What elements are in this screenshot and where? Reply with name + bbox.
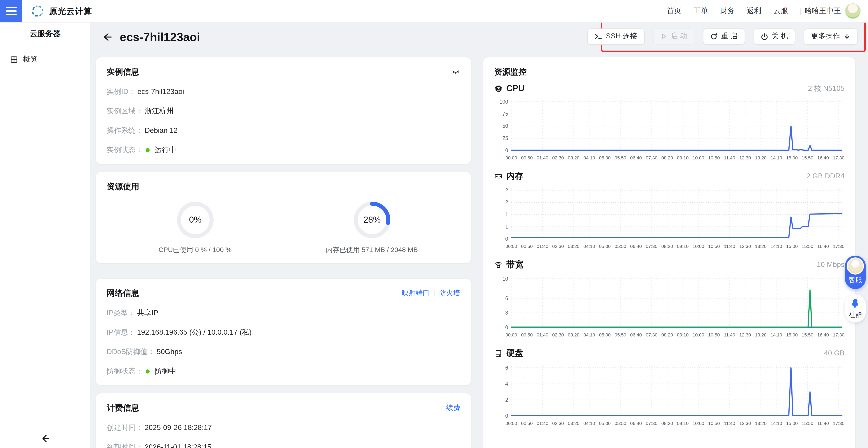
resource-usage-card: 资源使用 0% CPU已使用 0 % / 100 % 28% 内存已使用 571… [96, 172, 471, 263]
billing-row: 创建时间：2025-09-26 18:28:17 [107, 423, 460, 433]
svg-text:00:00: 00:00 [505, 244, 517, 249]
usage-donut-0: 0% CPU已使用 0 % / 100 % [107, 200, 283, 254]
svg-text:4: 4 [505, 381, 508, 387]
grid-icon [10, 55, 18, 64]
row-value: 浙江杭州 [145, 106, 174, 116]
svg-text:01:40: 01:40 [537, 421, 548, 426]
donut-caption: CPU已使用 0 % / 100 % [158, 246, 231, 254]
customer-service-button[interactable]: 客服 [845, 255, 866, 289]
eye-closed-icon[interactable] [451, 67, 460, 76]
svg-text:50: 50 [502, 123, 508, 129]
svg-text:06:40: 06:40 [630, 421, 642, 426]
card-title: 资源使用 [107, 181, 139, 192]
restart-button[interactable]: 重 启 [703, 28, 745, 44]
shutdown-button[interactable]: 关 机 [753, 28, 795, 44]
row-value: ecs-7hil123aoi [137, 87, 184, 97]
ram-icon [494, 172, 503, 180]
svg-text:08:20: 08:20 [661, 421, 673, 426]
monitor-charts: CPU 2 核 N5105 025507510000:0000:5001:400… [494, 83, 844, 429]
svg-text:04:10: 04:10 [583, 421, 595, 426]
svg-text:07:30: 07:30 [646, 155, 657, 160]
resource-monitor-card: 资源监控 CPU 2 核 N5105 025507510000:0000:500… [483, 57, 855, 448]
svg-text:02:30: 02:30 [552, 244, 564, 249]
svg-text:2: 2 [505, 187, 508, 193]
svg-text:07:30: 07:30 [646, 421, 657, 426]
restart-icon [710, 33, 717, 40]
user-avatar[interactable] [845, 3, 861, 19]
svg-text:16:40: 16:40 [817, 332, 829, 337]
sidebar-collapse-button[interactable] [0, 428, 90, 448]
chart-block-memory: 内存 2 GB DDR4 0112200:0000:5001:4002:3003… [494, 170, 844, 252]
renew-link[interactable]: 续费 [446, 403, 460, 413]
customer-service-avatar [847, 257, 864, 275]
svg-text:07:30: 07:30 [646, 244, 657, 249]
chart-spec: 10 Mbps [817, 261, 844, 269]
svg-text:01:40: 01:40 [537, 155, 548, 160]
svg-text:09:10: 09:10 [677, 332, 689, 337]
row-label: IP信息： [107, 328, 135, 337]
svg-text:05:50: 05:50 [615, 421, 626, 426]
svg-text:00:00: 00:00 [505, 332, 517, 337]
svg-text:07:30: 07:30 [646, 332, 657, 337]
billing-rows: 创建时间：2025-09-26 18:28:17到期时间：2026-11-01 … [107, 423, 460, 448]
svg-text:1: 1 [505, 224, 508, 230]
row-label: 实例ID： [107, 87, 135, 97]
row-value: 50Gbps [157, 347, 182, 357]
svg-text:15:50: 15:50 [802, 244, 813, 249]
svg-text:14:10: 14:10 [771, 421, 782, 426]
svg-text:05:00: 05:00 [599, 155, 611, 160]
svg-text:09:10: 09:10 [677, 421, 689, 426]
left-column: 实例信息 实例ID：ecs-7hil123aoi实例区域：浙江杭州操作系统：De… [96, 57, 471, 448]
brand-name: 原光云计算 [49, 6, 92, 16]
svg-text:10:00: 10:00 [692, 332, 704, 337]
billing-info-card: 计费信息 续费 创建时间：2025-09-26 18:28:17到期时间：202… [96, 393, 471, 448]
monitor-title: 资源监控 [494, 66, 527, 77]
svg-text:25: 25 [502, 135, 508, 141]
svg-text:09:10: 09:10 [677, 244, 689, 249]
back-button[interactable] [101, 31, 113, 43]
svg-text:14:10: 14:10 [771, 244, 782, 249]
svg-text:10:50: 10:50 [708, 421, 720, 426]
svg-text:0: 0 [505, 147, 508, 153]
svg-text:05:50: 05:50 [615, 244, 626, 249]
row-value: 192.168.196.65 (公) / 10.0.0.17 (私) [137, 328, 252, 337]
card-title: 实例信息 [107, 66, 139, 77]
svg-text:00:00: 00:00 [505, 155, 517, 160]
svg-text:0: 0 [505, 413, 508, 419]
nav-item-返利[interactable]: 返利 [747, 6, 761, 16]
svg-text:00:50: 00:50 [521, 155, 533, 160]
menu-button[interactable] [0, 0, 22, 22]
more-actions-button[interactable]: 更多操作 [804, 28, 858, 44]
svg-text:17:30: 17:30 [833, 332, 844, 337]
highlight-annotation-box: SSH 连接 启 动 重 启 关 机 更多操作 [601, 21, 866, 52]
svg-text:05:00: 05:00 [599, 332, 611, 337]
network-info-card: 网络信息 映射端口 防火墙 IP类型：共享IPIP信息：192.168.196.… [96, 279, 471, 385]
port-mapping-link[interactable]: 映射端口 [402, 288, 430, 298]
svg-text:10:00: 10:00 [692, 155, 704, 160]
donut-chart: 28% [352, 200, 392, 240]
chart-block-cpu: CPU 2 核 N5105 025507510000:0000:5001:400… [494, 83, 844, 164]
nav-item-首页[interactable]: 首页 [667, 6, 681, 16]
network-row: 防御状态：防御中 [107, 366, 460, 376]
disk-line-chart: 024600:0000:5001:4002:3003:2004:1005:000… [494, 361, 844, 429]
user-box[interactable]: 哈哈王中王 [788, 3, 861, 19]
svg-text:08:20: 08:20 [661, 155, 673, 160]
svg-text:16:40: 16:40 [817, 244, 829, 249]
start-button[interactable]: 启 动 [653, 28, 694, 44]
svg-text:1: 1 [505, 212, 508, 217]
community-button[interactable]: 社群 [845, 295, 866, 322]
nav-item-云服[interactable]: 云服 [774, 6, 788, 16]
svg-text:04:10: 04:10 [583, 244, 595, 249]
nav-item-财务[interactable]: 财务 [720, 6, 735, 16]
disk-icon [494, 349, 503, 357]
sidebar-title: 云服务器 [0, 22, 90, 45]
brand: 原光云计算 [30, 4, 92, 19]
card-title: 网络信息 [107, 288, 139, 299]
sidebar-item-概览[interactable]: 概览 [0, 50, 90, 69]
donut-chart: 0% [175, 200, 215, 240]
cpu-icon [494, 84, 503, 93]
ssh-connect-button[interactable]: SSH 连接 [587, 28, 645, 44]
svg-text:15:00: 15:00 [786, 421, 798, 426]
firewall-link[interactable]: 防火墙 [439, 288, 460, 298]
nav-item-工单[interactable]: 工单 [693, 6, 708, 16]
